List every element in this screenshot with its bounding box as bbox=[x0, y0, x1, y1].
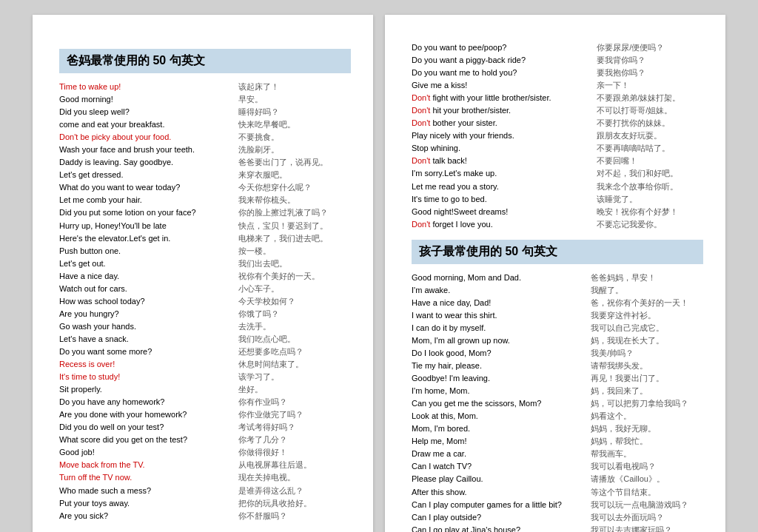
section-header-2: 孩子最常使用的 50 句英文 bbox=[412, 240, 703, 264]
list-item: I can do it by myself.我可以自己完成它。 bbox=[412, 322, 703, 334]
phrase-en: Move back from the TV. bbox=[59, 459, 238, 471]
list-item: Are you sick?你不舒服吗？ bbox=[59, 510, 351, 522]
list-item: Do you have any homework?你有作业吗？ bbox=[59, 396, 351, 408]
phrase-en: Are you sick? bbox=[59, 510, 238, 522]
list-item: Do you want some more?还想要多吃点吗？ bbox=[59, 346, 351, 358]
phrase-en: How was school today? bbox=[59, 295, 238, 308]
list-item: Good night!Sweet dreams!晚安！祝你有个好梦！ bbox=[412, 206, 703, 218]
list-item: Did you put some lotion on your face?你的脸… bbox=[59, 206, 351, 219]
list-item: I'm awake.我醒了。 bbox=[412, 284, 703, 297]
page-1: 爸妈最常使用的 50 句英文 Time to wake up!该起床了！Good… bbox=[33, 15, 373, 532]
list-item: Let's get dressed.来穿衣服吧。 bbox=[59, 169, 351, 181]
phrase-cn: 我来念个故事给你听。 bbox=[597, 181, 703, 193]
phrase-en: Don't hit your brother/sister. bbox=[412, 104, 597, 117]
phrase-en: Did you sleep well? bbox=[59, 106, 238, 118]
phrase-en: Draw me a car. bbox=[412, 448, 591, 460]
phrase-table-2a: Do you want to pee/poop?你要尿尿/便便吗？Do you … bbox=[412, 41, 703, 231]
pages-container: 爸妈最常使用的 50 句英文 Time to wake up!该起床了！Good… bbox=[33, 15, 725, 532]
phrase-en: Can I go play at Jina's house? bbox=[412, 524, 591, 532]
phrase-cn: 等这个节目结束。 bbox=[591, 486, 703, 499]
phrase-en: Watch out for cars. bbox=[59, 283, 238, 295]
phrase-en: Let's get out. bbox=[59, 257, 238, 270]
phrase-en: Have a nice day. bbox=[59, 270, 238, 283]
list-item: Can I play computer games for a little b… bbox=[412, 499, 703, 511]
phrase-cn: 不要跟弟弟/妹妹打架。 bbox=[597, 92, 703, 104]
list-item: Go wash your hands.去洗手。 bbox=[59, 320, 351, 333]
phrase-cn: 妈，我现在长大了。 bbox=[591, 334, 703, 347]
list-item: Let's have a snack.我们吃点心吧。 bbox=[59, 333, 351, 346]
phrase-cn: 我来帮你梳头。 bbox=[238, 194, 351, 206]
phrase-en: What do you want to wear today? bbox=[59, 181, 238, 194]
phrase-en: Don't forget I love you. bbox=[412, 218, 597, 231]
phrase-cn: 我们吃点心吧。 bbox=[238, 333, 351, 346]
list-item: It's time to study!该学习了。 bbox=[59, 371, 351, 383]
list-item: Let's get out.我们出去吧。 bbox=[59, 257, 351, 270]
phrase-cn: 你的脸上擦过乳液了吗？ bbox=[238, 206, 351, 219]
list-item: Please play Caillou.请播放《Caillou》。 bbox=[412, 473, 703, 485]
phrase-cn: 休息时间结束了。 bbox=[238, 358, 351, 371]
list-item: Tie my hair, please.请帮我绑头发。 bbox=[412, 360, 703, 372]
phrase-cn: 妈，我回来了。 bbox=[591, 385, 703, 397]
phrase-cn: 我可以去外面玩吗？ bbox=[591, 511, 703, 524]
phrase-cn: 不要忘记我爱你。 bbox=[597, 218, 703, 231]
phrase-en: Wash your face and brush your teeth. bbox=[59, 144, 238, 156]
list-item: Hurry up, Honey!You'll be late快点，宝贝！要迟到了… bbox=[59, 220, 351, 232]
phrase-en: Don't bother your sister. bbox=[412, 117, 597, 129]
list-item: Put your toys away.把你的玩具收拾好。 bbox=[59, 497, 351, 510]
phrase-en: Good morning, Mom and Dad. bbox=[412, 272, 591, 284]
phrase-cn: 我可以玩一点电脑游戏吗？ bbox=[591, 499, 703, 511]
phrase-en: It's time to study! bbox=[59, 371, 238, 383]
phrase-en: Do you want some more? bbox=[59, 346, 238, 358]
list-item: Do you want to pee/poop?你要尿尿/便便吗？ bbox=[412, 41, 703, 54]
list-item: Turn off the TV now.现在关掉电视。 bbox=[59, 471, 351, 484]
phrase-en: Do I look good, Mom? bbox=[412, 347, 591, 360]
phrase-cn: 你做得很好！ bbox=[238, 446, 351, 459]
phrase-cn: 是谁弄得这么乱？ bbox=[238, 485, 351, 497]
phrase-cn: 按一楼。 bbox=[238, 245, 351, 257]
phrase-cn: 来穿衣服吧。 bbox=[238, 169, 351, 181]
phrase-cn: 跟朋友友好玩耍。 bbox=[597, 129, 703, 142]
phrase-en: Tie my hair, please. bbox=[412, 360, 591, 372]
phrase-cn: 你作业做完了吗？ bbox=[238, 408, 351, 421]
phrase-en: Goodbye! I'm leaving. bbox=[412, 372, 591, 385]
phrase-en: Let's have a snack. bbox=[59, 333, 238, 346]
list-item: Who made such a mess?是谁弄得这么乱？ bbox=[59, 485, 351, 497]
list-item: What do you want to wear today?今天你想穿什么呢？ bbox=[59, 181, 351, 194]
list-item: Can I play outside?我可以去外面玩吗？ bbox=[412, 511, 703, 524]
phrase-en: Turn off the TV now. bbox=[59, 471, 238, 484]
phrase-en: I'm awake. bbox=[412, 284, 591, 297]
phrase-cn: 晚安！祝你有个好梦！ bbox=[597, 206, 703, 218]
phrase-en: I'm home, Mom. bbox=[412, 385, 591, 397]
phrase-en: Sit properly. bbox=[59, 383, 238, 396]
phrase-en: Help me, Mom! bbox=[412, 435, 591, 448]
phrase-cn: 你不舒服吗？ bbox=[238, 510, 351, 522]
list-item: Do you want me to hold you?要我抱你吗？ bbox=[412, 67, 703, 79]
phrase-cn: 不要挑食。 bbox=[238, 131, 351, 144]
list-item: Good morning!早安。 bbox=[59, 93, 351, 106]
phrase-en: Good night!Sweet dreams! bbox=[412, 206, 597, 218]
phrase-en: Let's get dressed. bbox=[59, 169, 238, 181]
list-item: I'm home, Mom.妈，我回来了。 bbox=[412, 385, 703, 397]
list-item: Daddy is leaving. Say goodbye.爸爸要出门了，说再见… bbox=[59, 156, 351, 169]
list-item: Push button one.按一楼。 bbox=[59, 245, 351, 257]
phrase-en: Can I play computer games for a little b… bbox=[412, 499, 591, 511]
phrase-cn: 早安。 bbox=[238, 93, 351, 106]
phrase-cn: 爸，祝你有个美好的一天！ bbox=[591, 297, 703, 309]
list-item: Good job!你做得很好！ bbox=[59, 446, 351, 459]
phrase-cn: 该睡觉了。 bbox=[597, 193, 703, 206]
list-item: After this show.等这个节目结束。 bbox=[412, 486, 703, 499]
phrase-cn: 请播放《Caillou》。 bbox=[591, 473, 703, 485]
phrase-table-2b: Good morning, Mom and Dad.爸爸妈妈，早安！I'm aw… bbox=[412, 272, 703, 532]
phrase-en: Can I play outside? bbox=[412, 511, 591, 524]
phrase-cn: 现在关掉电视。 bbox=[238, 471, 351, 484]
phrase-cn: 要我背你吗？ bbox=[597, 54, 703, 67]
phrase-cn: 今天学校如何？ bbox=[238, 295, 351, 308]
phrase-cn: 我们出去吧。 bbox=[238, 257, 351, 270]
phrase-en: It's time to go to bed. bbox=[412, 193, 597, 206]
phrase-cn: 我醒了。 bbox=[591, 284, 703, 297]
phrase-en: Recess is over! bbox=[59, 358, 238, 371]
section-title-1: 爸妈最常使用的 50 句英文 bbox=[67, 53, 343, 69]
section-header-1: 爸妈最常使用的 50 句英文 bbox=[59, 49, 351, 73]
phrase-en: Here's the elevator.Let's get in. bbox=[59, 232, 238, 245]
phrase-en: Good job! bbox=[59, 446, 238, 459]
